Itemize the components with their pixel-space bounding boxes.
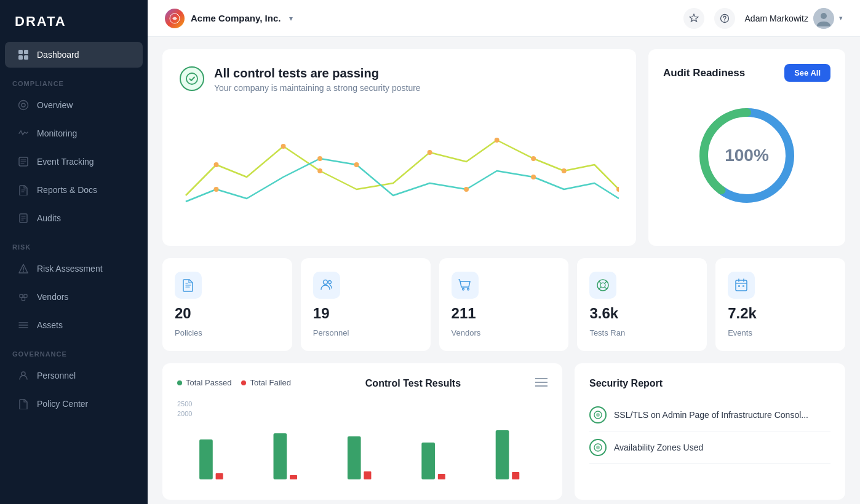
- sidebar-item-assets[interactable]: Assets: [5, 312, 143, 338]
- svg-rect-55: [512, 472, 519, 479]
- svg-point-29: [464, 187, 469, 192]
- company-chevron-icon[interactable]: ▾: [289, 14, 293, 23]
- svg-point-11: [22, 372, 25, 376]
- svg-point-28: [354, 162, 359, 167]
- svg-rect-46: [199, 439, 213, 479]
- overview-icon: [17, 99, 30, 111]
- svg-point-20: [317, 168, 322, 173]
- monitoring-icon: [17, 127, 30, 140]
- sidebar: DRATA Dashboard COMPLIANCE Overview: [0, 0, 148, 504]
- sidebar-item-label: Audits: [37, 213, 61, 223]
- passing-icon: [180, 66, 204, 91]
- see-all-button[interactable]: See All: [784, 64, 830, 82]
- user-info[interactable]: Adam Markowitz ▾: [745, 8, 843, 29]
- personnel-icon: [17, 369, 30, 382]
- policy-center-icon: [17, 398, 30, 410]
- security-item-1: Availability Zones Used: [589, 431, 830, 464]
- sidebar-item-risk-assessment[interactable]: Risk Assessment: [5, 256, 143, 282]
- reports-docs-icon: [17, 184, 30, 196]
- security-status-icon-1: [589, 439, 607, 456]
- policies-label: Policies: [175, 328, 202, 337]
- help-button[interactable]: [714, 8, 735, 29]
- bar-chart-svg: [177, 427, 547, 482]
- control-tests-card: All control tests are passing Your compa…: [162, 49, 636, 246]
- svg-point-36: [462, 288, 464, 290]
- sidebar-item-event-tracking[interactable]: Event Tracking: [5, 149, 143, 175]
- audit-readiness-card: Audit Readiness See All 100%: [648, 49, 845, 246]
- stats-row: 20 Policies 19 Personnel: [162, 258, 845, 351]
- bar-chart-area: 2500 2000: [177, 400, 547, 485]
- security-item-label-1: Availability Zones Used: [614, 443, 703, 452]
- y-label-2000: 2000: [177, 410, 192, 417]
- svg-rect-54: [438, 474, 445, 479]
- svg-rect-49: [421, 443, 435, 479]
- svg-rect-2: [18, 55, 23, 60]
- svg-point-37: [467, 288, 469, 290]
- legend-failed-label: Total Failed: [250, 378, 290, 387]
- sidebar-item-dashboard[interactable]: Dashboard: [5, 42, 143, 68]
- dashboard-icon: [17, 49, 30, 61]
- svg-point-26: [214, 187, 219, 192]
- user-chevron-icon: ▾: [839, 14, 843, 22]
- vendors-icon: [17, 291, 30, 303]
- svg-rect-51: [216, 473, 223, 479]
- sidebar-item-policy-center[interactable]: Policy Center: [5, 391, 143, 417]
- header-left: Acme Company, Inc. ▾: [165, 9, 293, 28]
- stat-card-policies: 20 Policies: [162, 258, 292, 351]
- svg-rect-41: [738, 285, 740, 287]
- svg-rect-9: [24, 294, 27, 297]
- cr-header-row: Total Passed Total Failed Control Test R…: [177, 378, 547, 395]
- cr-title: Control Test Results: [365, 378, 461, 395]
- svg-rect-47: [274, 433, 287, 479]
- svg-rect-42: [743, 285, 744, 287]
- company-name: Acme Company, Inc.: [191, 13, 281, 23]
- cr-title-text: Control Test Results: [365, 378, 461, 389]
- sidebar-item-personnel[interactable]: Personnel: [5, 363, 143, 388]
- sidebar-item-vendors[interactable]: Vendors: [5, 284, 143, 310]
- notifications-button[interactable]: [683, 8, 704, 29]
- svg-rect-52: [290, 475, 297, 479]
- stat-card-tests-ran: 3.6k Tests Ran: [577, 258, 707, 351]
- bottom-row: Total Passed Total Failed Control Test R…: [162, 363, 845, 500]
- audit-title: Audit Readiness: [663, 67, 745, 79]
- menu-icon[interactable]: [535, 378, 547, 389]
- svg-point-5: [22, 103, 25, 107]
- sidebar-item-label: Personnel: [37, 371, 76, 380]
- svg-point-19: [281, 144, 286, 149]
- svg-rect-0: [18, 50, 23, 54]
- svg-rect-40: [736, 280, 747, 291]
- security-item-label-0: SSL/TLS on Admin Page of Infrastructure …: [614, 410, 808, 420]
- sidebar-item-label: Overview: [37, 100, 73, 110]
- control-header: All control tests are passing Your compa…: [180, 66, 619, 97]
- stat-card-personnel: 19 Personnel: [301, 258, 431, 351]
- control-text: All control tests are passing Your compa…: [214, 66, 421, 93]
- stat-card-vendors: 211 Vendors: [439, 258, 569, 351]
- personnel-icon-wrap: [313, 272, 340, 299]
- svg-point-30: [531, 175, 536, 179]
- y-label-2500: 2500: [177, 400, 192, 408]
- audit-donut-chart: 100%: [691, 100, 802, 211]
- governance-section-label: GOVERNANCE: [0, 339, 148, 361]
- svg-point-22: [495, 138, 500, 143]
- y-axis-labels: 2500: [177, 400, 547, 408]
- svg-point-23: [531, 156, 536, 161]
- sidebar-item-label: Monitoring: [37, 128, 77, 138]
- tests-ran-icon-wrap: [589, 272, 616, 299]
- tests-ran-label: Tests Ran: [589, 328, 625, 337]
- events-icon-wrap: [728, 272, 755, 299]
- svg-rect-3: [24, 55, 28, 60]
- top-row: All control tests are passing Your compa…: [162, 49, 845, 246]
- svg-point-14: [724, 20, 725, 21]
- svg-rect-53: [364, 471, 371, 479]
- risk-section-label: RISK: [0, 232, 148, 254]
- sidebar-item-audits[interactable]: Audits: [5, 205, 143, 231]
- control-title: All control tests are passing: [214, 66, 421, 81]
- sidebar-item-overview[interactable]: Overview: [5, 92, 143, 118]
- sidebar-item-reports-docs[interactable]: Reports & Docs: [5, 177, 143, 203]
- line-chart: [180, 109, 619, 214]
- passed-dot: [177, 380, 182, 385]
- legend-passed: Total Passed: [177, 378, 231, 387]
- sidebar-item-monitoring[interactable]: Monitoring: [5, 120, 143, 146]
- personnel-value: 19: [313, 305, 330, 322]
- svg-point-35: [328, 281, 331, 284]
